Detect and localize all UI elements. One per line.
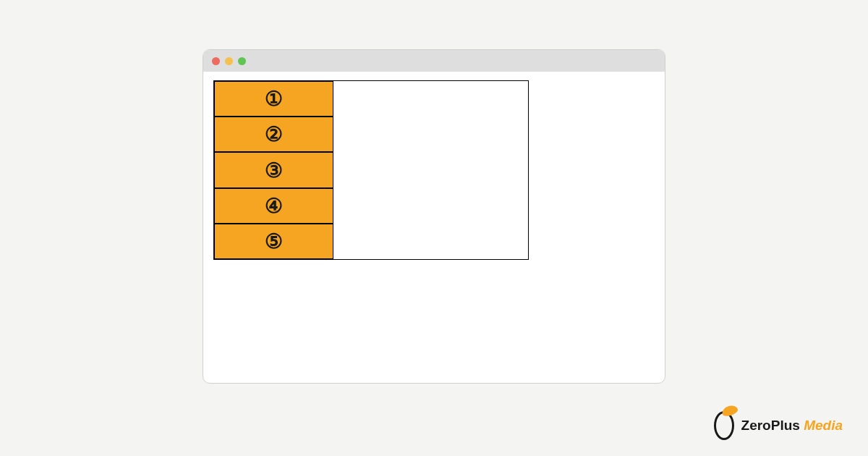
browser-window: ① ② ③ ④ ⑤ bbox=[203, 49, 665, 384]
logo-swoosh-icon bbox=[720, 404, 739, 418]
titlebar bbox=[203, 50, 665, 72]
close-icon[interactable] bbox=[212, 57, 220, 65]
brand-logo: ZeroPlus Media bbox=[714, 411, 843, 440]
flex-item-2: ② bbox=[214, 117, 333, 152]
content-area: ① ② ③ ④ ⑤ bbox=[203, 72, 665, 269]
flex-container: ① ② ③ ④ ⑤ bbox=[213, 80, 529, 260]
flex-item-1: ① bbox=[214, 81, 333, 117]
flex-item-3: ③ bbox=[214, 152, 333, 187]
logo-brand: ZeroPlus bbox=[741, 418, 800, 433]
flex-item-4: ④ bbox=[214, 188, 333, 224]
maximize-icon[interactable] bbox=[238, 57, 246, 65]
logo-text: ZeroPlus Media bbox=[741, 418, 843, 434]
logo-zero-icon bbox=[714, 411, 734, 440]
logo-suffix: Media bbox=[804, 418, 843, 433]
minimize-icon[interactable] bbox=[225, 57, 233, 65]
flex-item-5: ⑤ bbox=[214, 224, 333, 259]
